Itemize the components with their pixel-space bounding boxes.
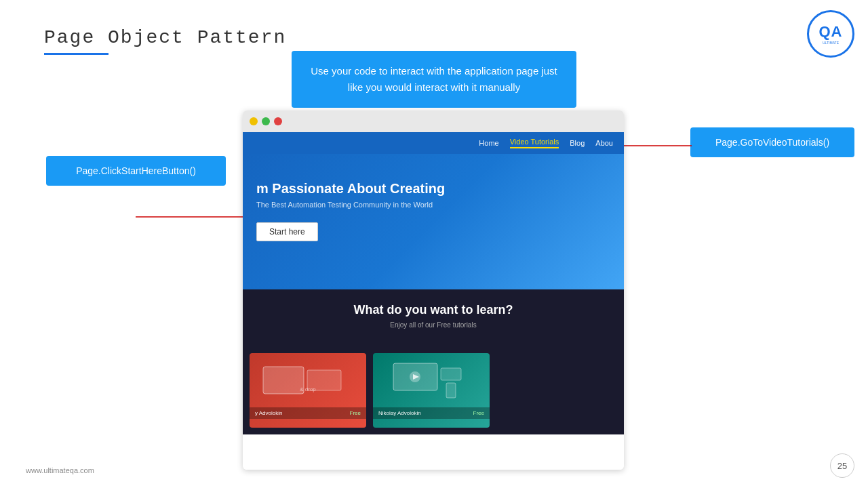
start-here-button[interactable]: Start here — [256, 222, 318, 241]
logo-sub-text: ULTIMATE — [823, 41, 839, 45]
site-dark-section: What do you want to learn? Enjoy all of … — [243, 289, 624, 353]
site-nav: Home Video Tutorials Blog Abou — [243, 132, 624, 154]
logo: QA ULTIMATE — [807, 10, 854, 58]
callout-top: Use your code to interact with the appli… — [292, 51, 576, 108]
browser-mockup: Home Video Tutorials Blog Abou m Passion… — [243, 110, 624, 470]
slide-number: 25 — [830, 453, 854, 478]
card-2-footer: Nikolay Advolokin Free — [373, 407, 490, 419]
page-title: Page Object Pattern — [44, 27, 286, 48]
footer-url: www.ultimateqa.com — [26, 466, 94, 474]
browser-dot-maximize — [262, 117, 270, 125]
card-1-content: & drop — [250, 353, 366, 407]
logo-qa-text: QA — [819, 23, 843, 41]
hero-subtext: The Best Automation Testing Community in… — [256, 201, 610, 209]
card-2-badge: Free — [473, 410, 484, 416]
svg-rect-8 — [441, 368, 461, 380]
svg-rect-4 — [263, 367, 304, 394]
card-2-author: Nikolay Advolokin — [378, 410, 421, 416]
callout-right: Page.GoToVideoTutorials() — [690, 127, 854, 157]
site-nav-blog[interactable]: Blog — [570, 139, 585, 147]
site-nav-home[interactable]: Home — [479, 139, 498, 147]
browser-title-bar — [243, 110, 624, 132]
callout-left: Page.ClickStartHereButton() — [46, 156, 226, 186]
dark-subtext: Enjoy all of our Free tutorials — [256, 321, 610, 329]
card-2-content — [373, 353, 490, 407]
card-1-badge: Free — [350, 410, 361, 416]
course-card-2[interactable]: Nikolay Advolokin Free — [373, 353, 490, 428]
site-hero: m Passionate About Creating The Best Aut… — [243, 154, 624, 289]
title-underline — [44, 53, 108, 55]
site-cards: & drop y Advolokin Free — [243, 353, 624, 434]
hero-heading: m Passionate About Creating — [256, 181, 610, 197]
course-card-1[interactable]: & drop y Advolokin Free — [250, 353, 366, 428]
site-nav-about[interactable]: Abou — [595, 139, 613, 147]
dark-heading: What do you want to learn? — [256, 303, 610, 317]
browser-dot-minimize — [250, 117, 258, 125]
browser-content: Home Video Tutorials Blog Abou m Passion… — [243, 132, 624, 470]
svg-text:& drop: & drop — [300, 386, 316, 392]
card-1-author: y Advolokin — [255, 410, 282, 416]
browser-dot-close — [274, 117, 282, 125]
card-1-footer: y Advolokin Free — [250, 407, 366, 419]
svg-rect-9 — [446, 383, 456, 398]
site-nav-video-tutorials[interactable]: Video Tutorials — [510, 138, 559, 148]
